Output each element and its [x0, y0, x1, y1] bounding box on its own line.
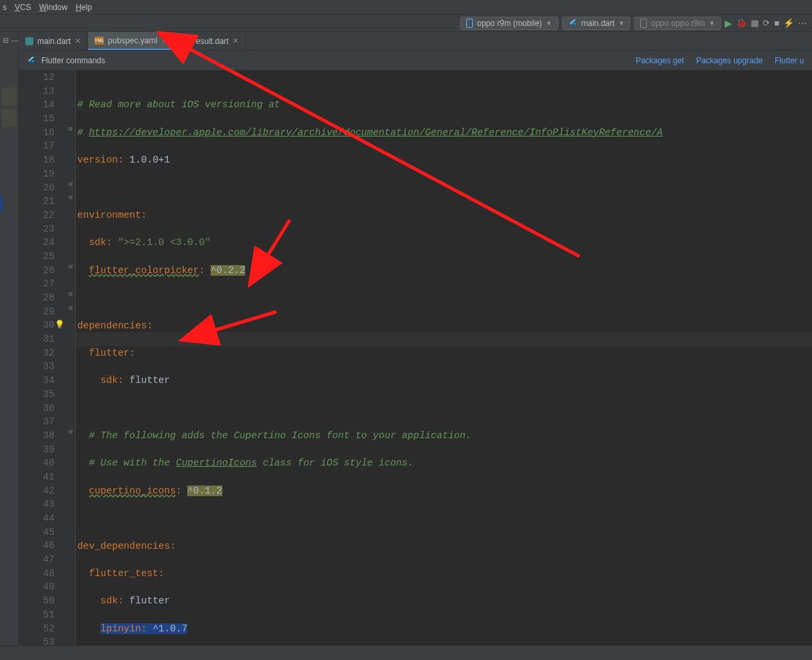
- code-text: lpinyin: [101, 623, 141, 634]
- run-config-selector[interactable]: main.dart ▼: [562, 17, 631, 30]
- menu-item-vcs[interactable]: VCS: [15, 3, 31, 12]
- code-area[interactable]: # Read more about iOS versioning at # ht…: [76, 71, 812, 660]
- gutter-block: [2, 109, 17, 127]
- code-text: # The following adds the Cupertino Icons…: [89, 430, 471, 441]
- device-label: oppo oppo r9m: [651, 19, 705, 28]
- menu-item-help[interactable]: Help: [75, 3, 92, 12]
- code-text: flutter_test: [89, 568, 158, 579]
- flutter-icon: [27, 56, 36, 65]
- yaml-icon: YML: [95, 37, 104, 45]
- code-text: environment: [77, 210, 141, 220]
- code-editor[interactable]: 1213141516171819202122232425262728293031…: [19, 71, 812, 660]
- packages-get-link[interactable]: Packages get: [635, 56, 684, 65]
- device-label: oppo r9m (mobile): [477, 19, 542, 28]
- menu-item-window[interactable]: Window: [39, 3, 68, 12]
- close-icon[interactable]: ✕: [232, 37, 238, 45]
- fold-marker[interactable]: ⊟: [67, 305, 74, 312]
- dart-icon: [181, 37, 189, 45]
- run-icon[interactable]: ▶: [725, 18, 732, 29]
- code-text: https://developer.apple.com/library/arch…: [89, 127, 662, 138]
- packages-upgrade-link[interactable]: Packages upgrade: [696, 56, 763, 65]
- code-text: flutter: [129, 595, 170, 606]
- code-text: sdk: [89, 237, 106, 248]
- code-text: sdk: [101, 375, 118, 386]
- flutter-upgrade-link[interactable]: Flutter u: [775, 56, 804, 65]
- tab-main-dart[interactable]: main.dart ✕: [19, 32, 88, 50]
- chevron-down-icon: ▼: [709, 20, 715, 27]
- dart-icon: [25, 37, 33, 45]
- code-text: flutter: [129, 375, 170, 386]
- fold-marker[interactable]: ⊟: [67, 181, 74, 188]
- code-text: ">=2.1.0 <3.0.0": [118, 237, 210, 248]
- menu-item[interactable]: s: [3, 3, 7, 12]
- code-text: ^0.2.2: [210, 265, 245, 276]
- code-text: flutter_colorpicker: [89, 265, 199, 276]
- stop-icon[interactable]: ■: [774, 18, 779, 28]
- line-numbers-gutter: 1213141516171819202122232425262728293031…: [19, 71, 67, 660]
- code-text: ^1.0.7: [153, 623, 187, 634]
- tab-label: pubspec.yaml: [108, 36, 157, 45]
- main-toolbar: oppo r9m (mobile) ▼ main.dart ▼ oppo opp…: [0, 15, 812, 32]
- attach-icon[interactable]: ⟳: [763, 18, 770, 28]
- profile-icon[interactable]: ▦: [751, 18, 759, 28]
- expand-icon[interactable]: ⊟: [3, 36, 9, 45]
- bulb-icon[interactable]: 💡: [55, 318, 64, 332]
- hot-reload-icon[interactable]: ⚡: [783, 18, 794, 28]
- code-text: #: [77, 127, 89, 138]
- tab-pubspec-yaml[interactable]: YML pubspec.yaml ✕: [88, 32, 175, 50]
- more-icon[interactable]: ⋯: [798, 18, 807, 28]
- fold-marker[interactable]: ⊟: [67, 194, 74, 201]
- chevron-down-icon: ▼: [546, 20, 552, 27]
- collapse-icon[interactable]: —: [11, 36, 19, 45]
- fold-marker[interactable]: ⊟: [67, 291, 74, 298]
- debug-icon[interactable]: 🐞: [736, 18, 747, 28]
- tab-label: main.dart: [37, 37, 71, 46]
- commands-title: Flutter commands: [41, 56, 105, 65]
- code-text: cupertino_icons: [89, 486, 176, 496]
- chevron-down-icon: ▼: [619, 20, 625, 27]
- code-text: dependencies: [77, 320, 147, 331]
- code-text: class for iOS style icons.: [257, 458, 414, 468]
- device-selector-2[interactable]: oppo oppo r9m ▼: [634, 17, 721, 30]
- code-text: 1.0.0+1: [129, 155, 170, 165]
- gutter-highlight: [0, 195, 3, 211]
- status-bar: [0, 645, 812, 660]
- fold-marker[interactable]: ⊟: [67, 264, 74, 270]
- code-text: # Use with the: [89, 458, 176, 468]
- tab-result-dart[interactable]: result.dart ✕: [175, 32, 246, 50]
- menu-bar[interactable]: s VCS Window Help: [0, 0, 812, 15]
- current-line-highlight: [76, 332, 812, 346]
- tool-window-bar: ⊟—: [0, 32, 19, 660]
- code-text: sdk: [101, 595, 118, 606]
- flutter-icon: [568, 19, 578, 28]
- editor-tabs: main.dart ✕ YML pubspec.yaml ✕ result.da…: [19, 32, 812, 51]
- gutter-block: [2, 87, 17, 106]
- code-text: version: [77, 155, 118, 165]
- code-text: dev_dependencies: [77, 541, 170, 551]
- phone-icon: [640, 19, 647, 28]
- run-config-label: main.dart: [582, 19, 615, 28]
- fold-marker[interactable]: ⊟: [67, 429, 74, 436]
- code-text: # Read more about iOS versioning at: [77, 99, 280, 110]
- code-text: CupertinoIcons: [176, 458, 257, 468]
- fold-gutter: ⊟ ⊟ ⊟ ⊟ ⊟ ⊟ 💡 ⊟: [67, 71, 76, 660]
- device-selector[interactable]: oppo r9m (mobile) ▼: [460, 17, 558, 30]
- fold-marker[interactable]: ⊟: [67, 126, 74, 133]
- flutter-commands-bar: Flutter commands Packages get Packages u…: [19, 51, 812, 71]
- phone-icon: [466, 19, 473, 28]
- code-text: ^0.1.2: [187, 486, 222, 496]
- tab-label: result.dart: [193, 37, 228, 46]
- code-text: flutter: [89, 348, 129, 358]
- close-icon[interactable]: ✕: [161, 36, 167, 45]
- close-icon[interactable]: ✕: [75, 37, 81, 45]
